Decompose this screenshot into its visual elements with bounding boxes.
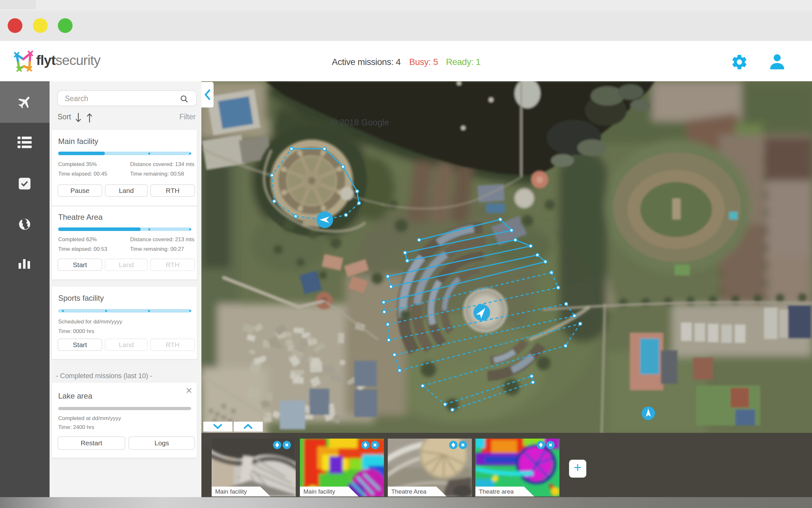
svg-text:© 2018 Google: © 2018 Google bbox=[331, 118, 389, 127]
